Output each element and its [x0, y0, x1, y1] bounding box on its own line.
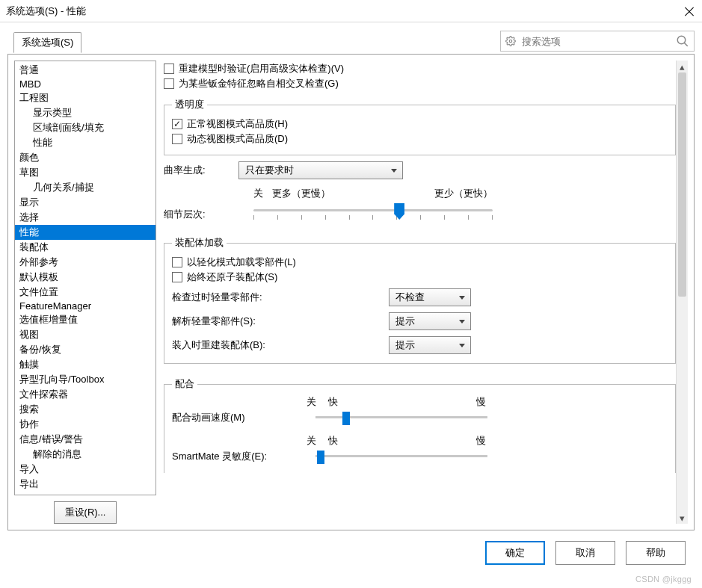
nav-item-2[interactable]: 工程图: [15, 90, 156, 105]
slider-detail[interactable]: [253, 203, 493, 226]
label-mate-anim-speed: 配合动画速度(M): [172, 411, 307, 424]
label-restore-subassy: 始终还原子装配体(S): [187, 270, 277, 284]
slider-smart-off: 关: [307, 434, 316, 448]
group-assembly-loading: 装配体加载: [172, 236, 227, 250]
select-rebuild-on-load[interactable]: 提示: [389, 336, 471, 354]
svg-point-1: [677, 36, 686, 44]
nav-item-17[interactable]: 选值框增量值: [15, 312, 156, 327]
slider-mate-slow: 慢: [476, 395, 486, 409]
nav-item-8[interactable]: 几何关系/捕捉: [15, 180, 156, 195]
label-rebuild-verify: 重建模型时验证(启用高级实体检查)(V): [179, 62, 344, 75]
slider-mate-anim-speed[interactable]: [315, 409, 487, 427]
cancel-button[interactable]: 取消: [555, 541, 615, 565]
tab-system-options[interactable]: 系统选项(S): [13, 32, 81, 53]
window-title: 系统选项(S) - 性能: [6, 4, 86, 18]
svg-line-2: [684, 43, 688, 46]
close-icon[interactable]: [684, 6, 695, 16]
svg-point-0: [509, 40, 512, 43]
checkbox-sheetmetal-skip[interactable]: [164, 78, 174, 89]
nav-item-23[interactable]: 搜索: [15, 402, 156, 417]
checkbox-normal-view-hq[interactable]: [172, 119, 182, 129]
nav-item-25[interactable]: 信息/错误/警告: [15, 432, 156, 447]
nav-tree[interactable]: 普通MBD工程图显示类型区域剖面线/填充性能颜色草图几何关系/捕捉显示选择性能装…: [14, 61, 156, 495]
group-transparency: 透明度: [172, 98, 207, 111]
nav-item-28[interactable]: 导出: [15, 477, 156, 492]
nav-item-13[interactable]: 外部参考: [15, 255, 156, 270]
checkbox-rebuild-verify[interactable]: [164, 64, 174, 74]
nav-item-1[interactable]: MBD: [15, 78, 156, 90]
checkbox-restore-subassy[interactable]: [172, 272, 182, 282]
nav-item-11[interactable]: 性能: [15, 225, 156, 240]
nav-item-16[interactable]: FeatureManager: [15, 300, 156, 312]
slider-mate-off: 关: [307, 395, 316, 409]
search-box[interactable]: [500, 31, 695, 52]
nav-item-6[interactable]: 颜色: [15, 150, 156, 165]
group-mate: 配合: [172, 377, 197, 391]
content-scrollbar[interactable]: ▴ ▾: [676, 61, 688, 524]
label-lightweight-load: 以轻化模式加载零部件(L): [187, 256, 296, 269]
label-dynamic-view-hq: 动态视图模式高品质(D): [187, 132, 288, 146]
label-smartmate-sensitivity: SmartMate 灵敏度(E):: [172, 450, 307, 463]
nav-item-19[interactable]: 备份/恢复: [15, 342, 156, 357]
nav-item-14[interactable]: 默认模板: [15, 270, 156, 285]
slider-mate-fast: 快: [328, 395, 338, 409]
reset-button[interactable]: 重设(R)...: [54, 501, 117, 524]
nav-item-7[interactable]: 草图: [15, 165, 156, 180]
gear-icon: [505, 36, 516, 46]
slider-smart-slow: 慢: [476, 434, 486, 448]
slider-detail-more: 更多（更慢）: [272, 187, 330, 200]
nav-item-3[interactable]: 显示类型: [15, 105, 156, 120]
nav-item-18[interactable]: 视图: [15, 327, 156, 342]
label-normal-view-hq: 正常视图模式高品质(H): [187, 117, 288, 131]
nav-item-0[interactable]: 普通: [15, 63, 156, 78]
checkbox-dynamic-view-hq[interactable]: [172, 134, 182, 144]
label-curvature: 曲率生成:: [164, 164, 238, 177]
label-resolve-lightweight: 解析轻量零部件(S):: [172, 315, 389, 328]
slider-smart-fast: 快: [328, 434, 338, 448]
nav-item-5[interactable]: 性能: [15, 135, 156, 150]
nav-item-4[interactable]: 区域剖面线/填充: [15, 120, 156, 135]
nav-item-24[interactable]: 协作: [15, 417, 156, 432]
search-icon[interactable]: [676, 34, 689, 48]
label-detail: 细节层次:: [164, 208, 247, 221]
scroll-up-icon[interactable]: ▴: [677, 61, 688, 72]
slider-detail-off: 关: [253, 187, 263, 200]
nav-item-20[interactable]: 触摸: [15, 357, 156, 372]
watermark: CSDN @jkggg: [635, 575, 692, 584]
nav-item-27[interactable]: 导入: [15, 462, 156, 477]
label-sheetmetal-skip: 为某些钣金特征忽略自相交叉检查(G): [179, 77, 339, 90]
nav-item-12[interactable]: 装配体: [15, 240, 156, 255]
nav-item-21[interactable]: 异型孔向导/Toolbox: [15, 372, 156, 387]
search-input[interactable]: [520, 35, 671, 48]
nav-item-26[interactable]: 解除的消息: [15, 447, 156, 462]
scroll-down-icon[interactable]: ▾: [677, 512, 688, 524]
label-rebuild-on-load: 装入时重建装配体(B):: [172, 338, 389, 352]
nav-item-22[interactable]: 文件探索器: [15, 387, 156, 402]
ok-button[interactable]: 确定: [485, 541, 545, 565]
nav-item-9[interactable]: 显示: [15, 195, 156, 210]
checkbox-lightweight-load[interactable]: [172, 257, 182, 267]
help-button[interactable]: 帮助: [626, 541, 686, 565]
select-curvature[interactable]: 只在要求时: [238, 161, 403, 179]
select-resolve-lightweight[interactable]: 提示: [389, 312, 471, 330]
slider-detail-less: 更少（更快）: [434, 187, 493, 200]
nav-item-15[interactable]: 文件位置: [15, 285, 156, 300]
label-check-outdated: 检查过时轻量零部件:: [172, 291, 389, 304]
slider-smartmate-sensitivity[interactable]: [315, 448, 487, 465]
nav-item-10[interactable]: 选择: [15, 210, 156, 225]
select-check-outdated[interactable]: 不检查: [389, 288, 471, 306]
